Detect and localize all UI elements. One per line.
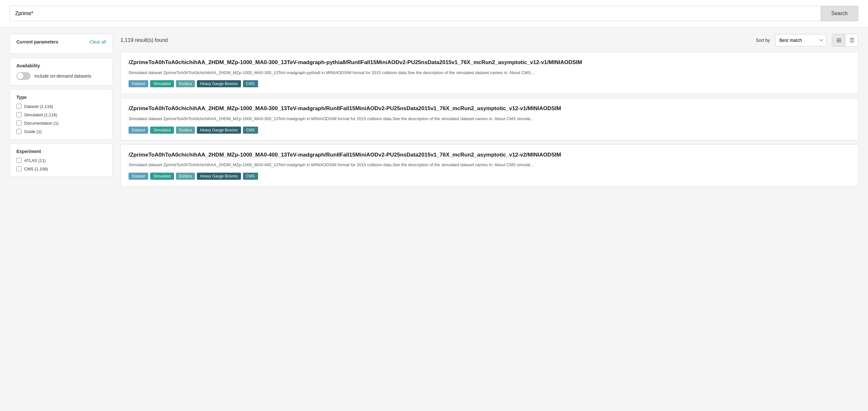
- availability-header: Availability: [17, 63, 106, 68]
- current-params-header: Current parameters Clear all: [17, 39, 106, 44]
- result-tag[interactable]: Heavy Gauge Bosons: [197, 172, 241, 180]
- type-checkbox[interactable]: [17, 129, 22, 134]
- results-count: 1,119 result(s) found: [121, 37, 751, 43]
- result-card: /ZprimeToA0hToA0chichihAA_2HDM_MZp-1000_…: [121, 52, 858, 94]
- type-checkbox-row: Documentation (1): [17, 121, 106, 126]
- result-card: /ZprimeToA0hToA0chichihAA_2HDM_MZp-1000_…: [121, 98, 858, 140]
- availability-title: Availability: [17, 63, 40, 68]
- toggle-slider: [17, 72, 31, 80]
- type-header: Type: [17, 95, 106, 100]
- type-checkbox-label: Guide (1): [24, 129, 41, 134]
- experiment-checkbox-label: ATLAS (11): [24, 158, 46, 163]
- result-tag[interactable]: Simulated: [150, 172, 174, 180]
- experiment-checkbox[interactable]: [17, 166, 22, 171]
- experiment-title: Experiment: [17, 149, 41, 154]
- result-title[interactable]: /ZprimeToA0hToA0chichihAA_2HDM_MZp-1000_…: [129, 59, 850, 66]
- content-area: 1,119 result(s) found Sort by Best match…: [121, 34, 858, 190]
- experiment-checkboxes: ATLAS (11)CMS (1,108): [17, 158, 106, 171]
- result-tag[interactable]: Exotica: [176, 172, 195, 180]
- search-bar-container: Zprime* Search: [0, 0, 868, 27]
- result-description: Simulated dataset ZprimeToA0hToA0chichih…: [129, 116, 850, 122]
- availability-card: Availability include on-demand datasets: [10, 58, 113, 85]
- experiment-checkbox[interactable]: [17, 158, 22, 163]
- type-title: Type: [17, 95, 27, 100]
- result-tag[interactable]: Heavy Gauge Bosons: [197, 80, 241, 87]
- experiment-checkbox-row: CMS (1,108): [17, 166, 106, 171]
- result-tag[interactable]: Simulated: [150, 127, 174, 134]
- type-checkbox-label: Dataset (1,118): [24, 104, 53, 109]
- results-header: 1,119 result(s) found Sort by Best match…: [121, 34, 858, 47]
- sidebar: Current parameters Clear all Availabilit…: [10, 34, 113, 190]
- result-tag[interactable]: Dataset: [129, 80, 148, 87]
- search-input[interactable]: Zprime*: [10, 6, 820, 21]
- result-card: /ZprimeToA0hToA0chichihAA_2HDM_MZp-1000_…: [121, 144, 858, 187]
- result-tag[interactable]: Dataset: [129, 127, 148, 134]
- type-checkbox-row: Dataset (1,118): [17, 104, 106, 109]
- results-list: /ZprimeToA0hToA0chichihAA_2HDM_MZp-1000_…: [121, 52, 858, 187]
- on-demand-toggle[interactable]: [17, 72, 31, 80]
- experiment-checkbox-row: ATLAS (11): [17, 158, 106, 163]
- result-tag[interactable]: CMS: [243, 80, 258, 87]
- result-tags: DatasetSimulatedExoticaHeavy Gauge Boson…: [129, 172, 850, 180]
- on-demand-toggle-row: include on-demand datasets: [17, 72, 106, 80]
- type-checkboxes: Dataset (1,118)Simulated (1,118)Document…: [17, 104, 106, 134]
- grid-view-button[interactable]: ⊞: [832, 34, 845, 46]
- current-params-title: Current parameters: [17, 39, 58, 44]
- type-checkbox[interactable]: [17, 121, 22, 126]
- sort-label: Sort by: [756, 38, 770, 43]
- result-description: Simulated dataset ZprimeToA0hToA0chichih…: [129, 70, 850, 76]
- type-checkbox-row: Guide (1): [17, 129, 106, 134]
- type-checkbox-label: Documentation (1): [24, 121, 59, 126]
- result-tags: DatasetSimulatedExoticaHeavy Gauge Boson…: [129, 80, 850, 87]
- on-demand-label: include on-demand datasets: [34, 73, 91, 78]
- result-title[interactable]: /ZprimeToA0hToA0chichihAA_2HDM_MZp-1000_…: [129, 151, 850, 159]
- result-tag[interactable]: CMS: [243, 172, 258, 180]
- list-icon: ☰: [849, 37, 855, 44]
- sort-select[interactable]: Best matchTitleDate: [775, 34, 827, 46]
- result-tag[interactable]: Heavy Gauge Bosons: [197, 127, 241, 134]
- result-tags: DatasetSimulatedExoticaHeavy Gauge Boson…: [129, 127, 850, 134]
- view-toggle-group: ⊞ ☰: [832, 34, 858, 47]
- grid-icon: ⊞: [836, 37, 841, 44]
- result-tag[interactable]: Simulated: [150, 80, 174, 87]
- current-params-card: Current parameters Clear all: [10, 34, 113, 54]
- type-checkbox-label: Simulated (1,118): [24, 113, 57, 117]
- type-checkbox[interactable]: [17, 104, 22, 109]
- result-description: Simulated dataset ZprimeToA0hToA0chichih…: [129, 162, 850, 168]
- main-layout: Current parameters Clear all Availabilit…: [0, 27, 868, 197]
- type-checkbox-row: Simulated (1,118): [17, 112, 106, 117]
- type-checkbox[interactable]: [17, 112, 22, 117]
- result-title[interactable]: /ZprimeToA0hToA0chichihAA_2HDM_MZp-1000_…: [129, 105, 850, 113]
- list-view-button[interactable]: ☰: [845, 34, 858, 46]
- experiment-header: Experiment: [17, 149, 106, 154]
- experiment-card: Experiment ATLAS (11)CMS (1,108): [10, 143, 113, 177]
- result-tag[interactable]: Dataset: [129, 172, 148, 180]
- clear-all-link[interactable]: Clear all: [90, 39, 106, 44]
- type-card: Type Dataset (1,118)Simulated (1,118)Doc…: [10, 89, 113, 139]
- search-button[interactable]: Search: [820, 6, 858, 21]
- result-tag[interactable]: Exotica: [176, 127, 195, 134]
- result-tag[interactable]: Exotica: [176, 80, 195, 87]
- result-tag[interactable]: CMS: [243, 127, 258, 134]
- experiment-checkbox-label: CMS (1,108): [24, 166, 48, 171]
